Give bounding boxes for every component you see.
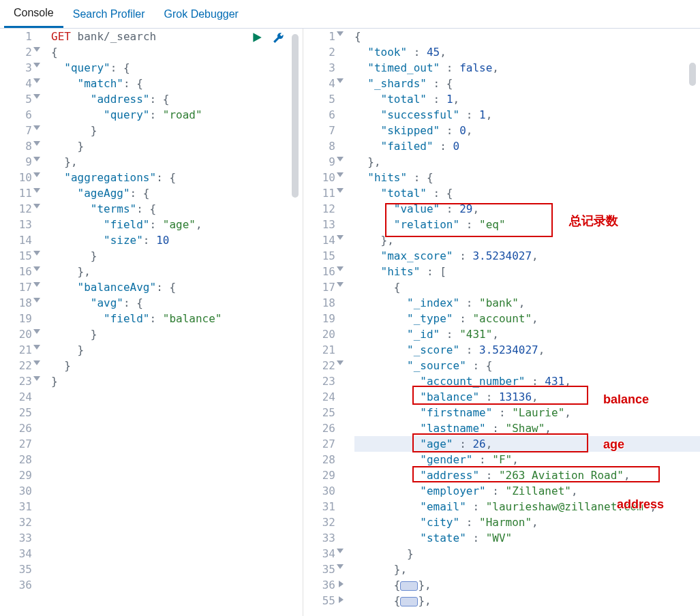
response-code-line[interactable]: "hits" : [ [354, 264, 700, 279]
response-code-line[interactable]: "relation" : "eq" [354, 217, 700, 232]
request-code-line[interactable]: "balanceAvg": { [51, 279, 303, 295]
request-code-line[interactable]: } [51, 342, 303, 358]
response-code-line[interactable]: {}, [354, 577, 700, 593]
fold-open-icon[interactable] [337, 157, 344, 161]
fold-open-icon[interactable] [337, 188, 344, 193]
request-code-line[interactable] [51, 530, 303, 546]
request-code-line[interactable] [51, 483, 303, 499]
request-code-line[interactable] [51, 577, 303, 593]
response-editor[interactable]: 1234567891011121314151617181920212223242… [303, 29, 700, 616]
response-code-line[interactable]: "_index" : "bank", [354, 295, 700, 311]
request-code-line[interactable] [51, 436, 303, 452]
fold-open-icon[interactable] [33, 360, 40, 365]
response-code-line[interactable]: "_shards" : { [354, 76, 700, 91]
request-code-line[interactable]: }, [51, 154, 303, 170]
request-code-line[interactable]: } [51, 358, 303, 373]
response-code-line[interactable]: }, [354, 561, 700, 577]
request-code-line[interactable]: "field": "balance" [51, 311, 303, 326]
fold-open-icon[interactable] [33, 266, 40, 271]
response-code-line[interactable]: } [354, 546, 700, 561]
fold-open-icon[interactable] [337, 235, 344, 240]
fold-open-icon[interactable] [337, 282, 344, 287]
fold-open-icon[interactable] [33, 63, 40, 67]
fold-open-icon[interactable] [33, 298, 40, 303]
request-code-line[interactable]: "ageAgg": { [51, 185, 303, 201]
tab-grok-debugger[interactable]: Grok Debugger [155, 0, 248, 28]
request-code-line[interactable]: } [51, 123, 303, 138]
fold-open-icon[interactable] [337, 78, 344, 83]
fold-open-icon[interactable] [33, 204, 40, 209]
fold-open-icon[interactable] [337, 266, 344, 271]
fold-open-icon[interactable] [33, 78, 40, 83]
request-code-line[interactable]: "aggregations": { [51, 170, 303, 185]
collapsed-node-icon[interactable] [400, 581, 418, 591]
request-code-line[interactable]: "avg": { [51, 295, 303, 311]
response-code-line[interactable]: "gender" : "F", [354, 452, 700, 467]
response-code-line[interactable]: "address" : "263 Aviation Road", [354, 467, 700, 483]
request-code-line[interactable]: } [51, 138, 303, 154]
response-code-line[interactable]: "successful" : 1, [354, 107, 700, 123]
fold-open-icon[interactable] [337, 172, 344, 177]
response-code-line[interactable]: "took" : 45, [354, 44, 700, 60]
fold-open-icon[interactable] [33, 376, 40, 381]
response-code-line[interactable]: "_type" : "account", [354, 311, 700, 326]
fold-closed-icon[interactable] [339, 596, 344, 603]
request-code-line[interactable]: "field": "age", [51, 217, 303, 232]
response-code-line[interactable]: "employer" : "Zillanet", [354, 483, 700, 499]
response-code-line[interactable]: "timed_out" : false, [354, 60, 700, 76]
fold-open-icon[interactable] [33, 141, 40, 146]
request-code-line[interactable]: } [51, 373, 303, 389]
response-code-line[interactable]: }, [354, 154, 700, 170]
fold-open-icon[interactable] [33, 172, 40, 177]
fold-open-icon[interactable] [337, 360, 344, 365]
fold-open-icon[interactable] [33, 157, 40, 161]
request-code-line[interactable]: "match": { [51, 76, 303, 91]
fold-open-icon[interactable] [33, 94, 40, 99]
response-code-line[interactable]: "_source" : { [354, 358, 700, 373]
fold-open-icon[interactable] [33, 125, 40, 130]
response-code-line[interactable]: "value" : 29, [354, 201, 700, 217]
request-code-line[interactable]: "query": { [51, 60, 303, 76]
request-code-line[interactable] [51, 420, 303, 436]
response-code-line[interactable]: "_score" : 3.5234027, [354, 342, 700, 358]
response-code-line[interactable]: {}, [354, 593, 700, 609]
response-code-line[interactable]: "skipped" : 0, [354, 123, 700, 138]
response-code-line[interactable]: { [354, 279, 700, 295]
request-code-line[interactable]: { [51, 44, 303, 60]
response-code-line[interactable]: "account_number" : 431, [354, 373, 700, 389]
request-code-line[interactable]: }, [51, 264, 303, 279]
tab-console[interactable]: Console [4, 0, 63, 28]
response-code-line[interactable]: "hits" : { [354, 170, 700, 185]
request-code-line[interactable]: "terms": { [51, 201, 303, 217]
request-code-line[interactable]: GET bank/_search [51, 29, 303, 44]
request-editor[interactable]: 1234567891011121314151617181920212223242… [0, 29, 303, 616]
fold-closed-icon[interactable] [339, 581, 344, 587]
fold-open-icon[interactable] [33, 188, 40, 193]
request-code-line[interactable] [51, 452, 303, 467]
request-code-line[interactable] [51, 389, 303, 405]
fold-open-icon[interactable] [33, 282, 40, 287]
request-code-line[interactable]: } [51, 248, 303, 264]
fold-open-icon[interactable] [337, 564, 344, 569]
fold-open-icon[interactable] [337, 31, 344, 36]
response-code-line[interactable]: "failed" : 0 [354, 138, 700, 154]
response-code-line[interactable]: "age" : 26, [354, 436, 700, 452]
fold-open-icon[interactable] [33, 329, 40, 334]
fold-open-icon[interactable] [33, 251, 40, 256]
response-code-line[interactable]: "total" : 1, [354, 91, 700, 107]
response-code-line[interactable]: { [354, 29, 700, 44]
response-code-line[interactable]: "total" : { [354, 185, 700, 201]
response-code-line[interactable]: "lastname" : "Shaw", [354, 420, 700, 436]
response-code-line[interactable]: "max_score" : 3.5234027, [354, 248, 700, 264]
tab-search-profiler[interactable]: Search Profiler [63, 0, 155, 28]
request-code-line[interactable] [51, 405, 303, 420]
response-code-line[interactable]: }, [354, 232, 700, 248]
fold-open-icon[interactable] [337, 549, 344, 553]
request-code-line[interactable] [51, 561, 303, 577]
fold-open-icon[interactable] [33, 47, 40, 52]
request-code-line[interactable] [51, 499, 303, 514]
response-code-line[interactable]: "state" : "WV" [354, 530, 700, 546]
request-code-line[interactable]: "query": "road" [51, 107, 303, 123]
request-code-line[interactable] [51, 546, 303, 561]
response-code-line[interactable]: "city" : "Harmon", [354, 514, 700, 530]
